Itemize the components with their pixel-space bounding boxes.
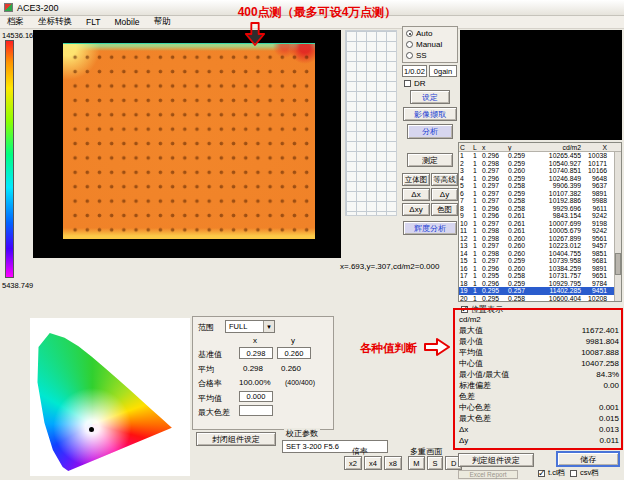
- heatmap-panel[interactable]: [33, 30, 341, 258]
- window-title: ACE3-200: [17, 3, 59, 13]
- zoom-buttons-x2[interactable]: x2: [344, 456, 362, 470]
- col-y-label: y: [291, 336, 295, 345]
- checkbox-icon: [461, 306, 468, 313]
- mode-radio-auto[interactable]: Auto: [406, 29, 454, 38]
- range-dropdown[interactable]: FULL ▼: [225, 320, 275, 333]
- judge-component-settings-button[interactable]: 判定组件设定: [458, 453, 534, 467]
- measure-button[interactable]: 测定: [407, 153, 453, 167]
- mean-value-field[interactable]: 0.000: [239, 391, 273, 402]
- contour-button[interactable]: 等高线: [431, 173, 458, 186]
- table-scrollbar[interactable]: [614, 152, 621, 301]
- col-header-x: x: [481, 143, 507, 151]
- zoom-buttons-x8[interactable]: x8: [384, 456, 402, 470]
- image-capture-button[interactable]: 影像撷取: [403, 107, 457, 121]
- delta-x-button[interactable]: Δx: [402, 188, 430, 201]
- table-row[interactable]: 1110.2980.26110005.6799242: [459, 227, 621, 235]
- menu-item-FLT[interactable]: FLT: [79, 17, 107, 27]
- col-header-X: X: [582, 143, 608, 151]
- solid-view-button[interactable]: 立体图: [402, 173, 430, 186]
- multi-buttons: MSD: [408, 456, 462, 472]
- measurement-points-grid: [67, 48, 311, 235]
- stat-row: 中心色差0.001: [459, 402, 619, 413]
- table-row[interactable]: 1310.2970.26010223.0129457: [459, 242, 621, 250]
- zoom-buttons-x4[interactable]: x4: [364, 456, 382, 470]
- table-row[interactable]: 1910.2950.25711402.2859451: [459, 287, 621, 295]
- app-icon: [4, 3, 13, 12]
- export-check-t.cl档[interactable]: t.cl档: [538, 468, 565, 478]
- table-row[interactable]: 610.2970.25910107.3829891: [459, 190, 621, 198]
- max-color-diff-label: 最大色差: [198, 407, 230, 418]
- col-header-l: L: [472, 143, 481, 151]
- annotation-points-note: 400点测（最多可设4万点测）: [172, 4, 462, 21]
- table-row[interactable]: 1610.2960.26010384.2599891: [459, 265, 621, 273]
- menu-item-坐标转换[interactable]: 坐标转换: [31, 16, 79, 28]
- export-check-csv档[interactable]: csv档: [570, 468, 599, 478]
- mean-label: 平均值: [198, 393, 222, 404]
- analyze-button[interactable]: 分析: [407, 124, 453, 139]
- table-row[interactable]: 1210.2980.26010267.8999561: [459, 235, 621, 243]
- table-row[interactable]: 2010.2950.25810600.40410208: [459, 295, 621, 303]
- stat-row: 最小值/最大值84.3%: [459, 369, 619, 380]
- menu-item-Mobile[interactable]: Mobile: [107, 17, 146, 27]
- mode-radio-group: AutoManualSS: [402, 26, 458, 63]
- cursor-status: x=.693,y=.307,cd/m2=0.000: [340, 262, 439, 271]
- max-color-diff-field[interactable]: [239, 405, 273, 416]
- stats-panel: cd/m2 最大值11672.401最小值9981.804平均值10087.88…: [459, 315, 619, 446]
- delta-xy-button[interactable]: Δxy: [402, 203, 430, 216]
- closure-component-settings-button[interactable]: 封闭组件设定: [196, 432, 276, 446]
- dr-checkbox[interactable]: DR: [404, 79, 426, 88]
- calibration-value-field[interactable]: SET 3-200 F5.6: [282, 440, 388, 453]
- table-row[interactable]: 1010.2970.26110007.6999198: [459, 220, 621, 228]
- reference-y-field[interactable]: 0.260: [277, 347, 311, 359]
- table-row[interactable]: 1810.2960.25910929.7959784: [459, 280, 621, 288]
- stat-row: Δy0.011: [459, 435, 619, 446]
- exposure-field[interactable]: 1/0.02: [402, 65, 427, 77]
- annotation-right-arrow-icon: [424, 337, 450, 359]
- scrollbar-thumb[interactable]: [615, 253, 621, 275]
- multi-buttons-S[interactable]: S: [427, 456, 444, 470]
- radio-icon: [406, 41, 413, 48]
- table-row[interactable]: 810.2960.2589929.6969611: [459, 205, 621, 213]
- gain-field[interactable]: 0gain: [429, 65, 457, 77]
- camera-view: [460, 30, 622, 140]
- color-map-button[interactable]: 色图: [431, 203, 458, 216]
- table-row[interactable]: 110.2960.25910265.45510038: [459, 152, 621, 160]
- table-row[interactable]: 1710.2950.25810731.7579651: [459, 272, 621, 280]
- settings-button[interactable]: 设定: [410, 90, 450, 104]
- export-checks: t.cl档csv档影像档: [538, 468, 624, 480]
- save-button[interactable]: 储存: [556, 451, 620, 467]
- table-row[interactable]: 1510.2970.25910739.9589681: [459, 257, 621, 265]
- multi-buttons-M[interactable]: M: [408, 456, 425, 470]
- table-row[interactable]: 210.2980.25910540.92710171: [459, 160, 621, 168]
- average-label: 平均: [198, 364, 214, 375]
- stat-row: 最大值11672.401: [459, 325, 619, 336]
- stat-row: 最小值9981.804: [459, 336, 619, 347]
- table-row[interactable]: 910.2960.2619843.1549242: [459, 212, 621, 220]
- position-display-checkbox[interactable]: 位置表示: [461, 304, 503, 315]
- heatmap-measurement-area: [63, 43, 315, 239]
- calibration-group-label: 校正参数: [284, 428, 320, 439]
- table-row[interactable]: 410.2960.25910246.8499648: [459, 175, 621, 183]
- table-row[interactable]: 310.2970.26010740.85110166: [459, 167, 621, 175]
- color-scale-bar: [5, 40, 14, 278]
- stat-row: 标准偏差0.00: [459, 380, 619, 391]
- table-row[interactable]: 710.2970.25810192.8869988: [459, 197, 621, 205]
- col-header-c: C: [459, 143, 472, 151]
- stat-row: 中心值10407.258: [459, 358, 619, 369]
- mode-radio-ss[interactable]: SS: [406, 51, 454, 60]
- mode-radio-manual[interactable]: Manual: [406, 40, 454, 49]
- luminance-analysis-button[interactable]: 辉度分析: [403, 221, 457, 235]
- stat-row: 平均值10087.888: [459, 347, 619, 358]
- stat-row: 色差: [459, 391, 619, 402]
- measurement-table: C L x y cd/m2 X 110.2960.25910265.455100…: [458, 142, 622, 302]
- table-row[interactable]: 510.2970.2589906.3999637: [459, 182, 621, 190]
- stat-row: 最大色差0.015: [459, 413, 619, 424]
- table-row[interactable]: 1410.2980.26010404.7559851: [459, 250, 621, 258]
- menu-item-档案[interactable]: 档案: [0, 16, 31, 28]
- delta-y-button[interactable]: Δy: [431, 188, 458, 201]
- reference-x-field[interactable]: 0.298: [239, 347, 273, 359]
- annotation-values-note: 各种值判断: [360, 341, 418, 356]
- zoom-buttons: x2x4x8: [344, 456, 404, 472]
- checkbox-icon: [538, 470, 545, 477]
- chromaticity-panel: 范围 FULL ▼ x y 基准值 0.298 0.260 平均 0.298 0…: [192, 316, 334, 430]
